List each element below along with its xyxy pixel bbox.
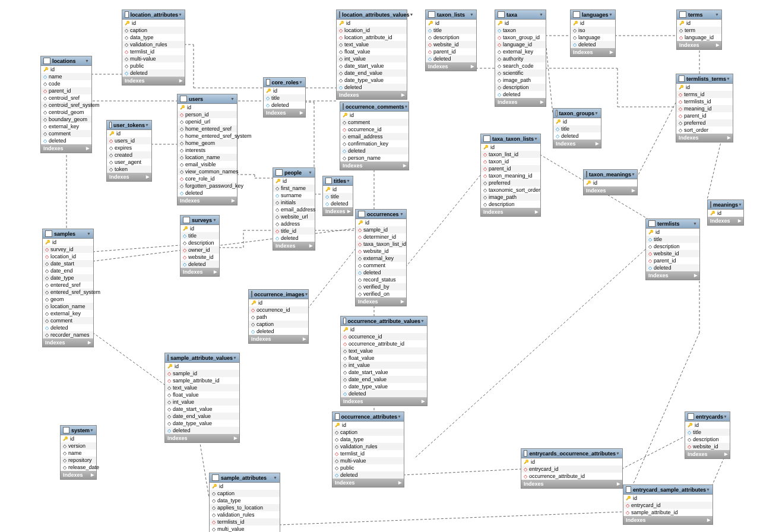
column-date_end_value[interactable]: date_end_value [337, 69, 407, 77]
column-view_common_names[interactable]: view_common_names [178, 168, 237, 175]
column-authority[interactable]: authority [495, 55, 546, 62]
column-location_name[interactable]: location_name [178, 154, 237, 161]
column-verified_by[interactable]: verified_by [356, 283, 406, 290]
column-first_name[interactable]: first_name [273, 185, 315, 192]
column-title[interactable]: title [180, 232, 219, 239]
column-iso[interactable]: iso [571, 27, 615, 34]
column-deleted[interactable]: deleted [341, 390, 427, 397]
entity-occurrences[interactable]: occurrencesidsample_iddeterminer_idtaxa_… [355, 209, 407, 306]
column-title_id[interactable]: title_id [273, 227, 315, 235]
indexes-section[interactable]: Indexes [646, 271, 699, 280]
column-user_agent[interactable]: user_agent [107, 159, 151, 166]
entity-locations[interactable]: locationsidnamecodeparent_idcentroid_sre… [40, 56, 92, 153]
column-taxon_meaning_id[interactable]: taxon_meaning_id [481, 172, 540, 179]
column-id[interactable]: id [481, 144, 540, 151]
column-id[interactable]: id [332, 422, 404, 429]
column-token[interactable]: token [107, 166, 151, 173]
column-comment[interactable]: comment [340, 119, 408, 126]
entity-header[interactable]: people [273, 168, 315, 178]
column-external_key[interactable]: external_key [495, 48, 546, 55]
column-float_value[interactable]: float_value [337, 48, 407, 55]
entity-header[interactable]: system [61, 426, 96, 435]
entity-header[interactable]: users [178, 94, 237, 104]
entity-taxa[interactable]: taxaidtaxontaxon_group_idlanguage_idexte… [495, 10, 546, 107]
column-taxon_group_id[interactable]: taxon_group_id [495, 34, 546, 41]
entity-sample_attribute_values[interactable]: sample_attribute_valuesidsample_idsample… [164, 353, 240, 443]
entity-header[interactable]: occurrence_comments [340, 102, 408, 112]
column-id[interactable]: id [677, 20, 721, 27]
column-survey_id[interactable]: survey_id [43, 246, 93, 253]
entity-header[interactable]: sample_attribute_values [165, 353, 239, 363]
column-name[interactable]: name [61, 449, 96, 457]
column-website_url[interactable]: website_url [273, 213, 315, 220]
column-id[interactable]: id [180, 225, 219, 232]
column-id[interactable]: id [337, 20, 407, 27]
column-sample_attribute_id[interactable]: sample_attribute_id [165, 377, 239, 384]
column-deleted[interactable]: deleted [249, 328, 308, 335]
column-expires[interactable]: expires [107, 144, 151, 151]
column-meaning_id[interactable]: meaning_id [676, 105, 733, 112]
column-occurrence_id[interactable]: occurrence_id [340, 126, 408, 133]
column-termlist_id[interactable]: termlist_id [122, 48, 185, 55]
entity-occurrence_attribute_values[interactable]: occurrence_attribute_valuesidoccurrence_… [340, 316, 428, 406]
entity-header[interactable]: entrycard_sample_attributes [623, 485, 712, 495]
column-description[interactable]: description [646, 243, 699, 250]
indexes-section[interactable]: Indexes [584, 186, 637, 195]
column-deleted[interactable]: deleted [332, 471, 404, 479]
column-location_id[interactable]: location_id [337, 27, 407, 34]
entity-header[interactable]: location_attributes [122, 10, 185, 20]
entity-header[interactable]: samples [43, 229, 93, 239]
column-id[interactable]: id [61, 435, 96, 442]
column-language_id[interactable]: language_id [495, 41, 546, 48]
column-deleted[interactable]: deleted [165, 427, 239, 434]
column-code[interactable]: code [41, 80, 91, 87]
column-name[interactable]: name [41, 73, 91, 80]
column-id[interactable]: id [43, 239, 93, 246]
indexes-section[interactable]: Indexes [249, 335, 308, 343]
entity-header[interactable]: locations [41, 56, 91, 66]
entity-languages[interactable]: languagesidisolanguagedeletedIndexes [570, 10, 616, 57]
column-description[interactable]: description [685, 436, 730, 443]
column-users_id[interactable]: users_id [107, 137, 151, 144]
indexes-section[interactable]: Indexes [323, 207, 353, 216]
column-validation_rules[interactable]: validation_rules [210, 511, 280, 518]
column-date_end[interactable]: date_end [43, 267, 93, 274]
indexes-section[interactable]: Indexes [178, 197, 237, 205]
entity-occurrence_images[interactable]: occurrence_imagesidoccurrence_idpathcapt… [248, 289, 309, 344]
entity-titles[interactable]: titlesidtitledeletedIndexes [322, 176, 353, 216]
column-term[interactable]: term [677, 27, 721, 34]
column-public[interactable]: public [332, 464, 404, 471]
entity-header[interactable]: entrycards [685, 412, 730, 422]
indexes-section[interactable]: Indexes [122, 77, 185, 85]
column-external_key[interactable]: external_key [41, 123, 91, 130]
column-caption[interactable]: caption [332, 429, 404, 436]
column-title[interactable]: title [426, 27, 476, 34]
column-taxon[interactable]: taxon [495, 27, 546, 34]
entity-occurrence_comments[interactable]: occurrence_commentsidcommentoccurrence_i… [340, 102, 409, 170]
entity-taxon_groups[interactable]: taxon_groupsidtitledeletedIndexes [553, 108, 601, 148]
column-id[interactable]: id [676, 84, 733, 91]
column-comment[interactable]: comment [43, 317, 93, 324]
column-terms_id[interactable]: terms_id [676, 91, 733, 98]
column-surname[interactable]: surname [273, 192, 315, 199]
column-id[interactable]: id [623, 495, 712, 502]
column-description[interactable]: description [180, 239, 219, 246]
column-entrycard_id[interactable]: entrycard_id [623, 502, 712, 509]
column-int_value[interactable]: int_value [341, 362, 427, 369]
indexes-section[interactable]: Indexes [481, 208, 540, 216]
column-id[interactable]: id [521, 458, 622, 466]
column-release_date[interactable]: release_date [61, 464, 96, 471]
column-interests[interactable]: interests [178, 147, 237, 154]
column-title[interactable]: title [264, 94, 305, 102]
indexes-section[interactable]: Indexes [708, 217, 743, 225]
column-language[interactable]: language [571, 34, 615, 41]
column-taxon_list_id[interactable]: taxon_list_id [481, 151, 540, 158]
indexes-section[interactable]: Indexes [685, 450, 730, 458]
column-multi-value[interactable]: multi-value [332, 457, 404, 464]
column-deleted[interactable]: deleted [180, 261, 219, 268]
indexes-section[interactable]: Indexes [43, 338, 93, 347]
column-deleted[interactable]: deleted [646, 264, 699, 271]
indexes-section[interactable]: Indexes [553, 140, 601, 148]
column-comment[interactable]: comment [41, 130, 91, 137]
entity-users[interactable]: usersidperson_idopenid_urlhome_entered_s… [177, 94, 238, 205]
